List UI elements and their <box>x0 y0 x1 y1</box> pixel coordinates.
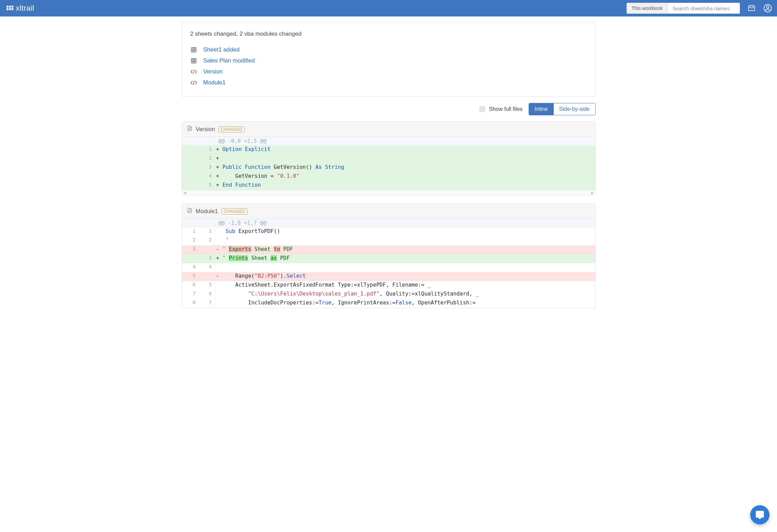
diff-panel: Module1CHANGED@@ -1,8 +1,7 @@11 Sub Expo… <box>182 204 596 308</box>
diff-sign <box>215 281 221 290</box>
code-content <box>221 263 595 272</box>
diff-line: 5- Range("B2:P50").Select <box>182 272 595 281</box>
old-line-number: 1 <box>182 228 199 236</box>
logo-icon <box>6 4 14 12</box>
checkbox-label: Show full files <box>489 106 522 112</box>
summary-link[interactable]: Sales Plan modified <box>203 57 255 64</box>
diff-line: 3-' Exports Sheet to PDF <box>182 245 595 254</box>
code-content: ActiveSheet.ExportAsFixedFormat Type:=xl… <box>221 281 595 290</box>
hunk-header: @@ -0,0 +1,5 @@ <box>182 137 595 146</box>
new-line-number: 3 <box>199 163 215 172</box>
old-line-number: 3 <box>182 245 199 254</box>
scroll-right-icon: ▶ <box>591 191 594 195</box>
diff-line: 1+Option Explicit <box>182 146 595 154</box>
search-input[interactable] <box>668 3 740 14</box>
change-summary-card: 2 sheets changed, 2 vba modules changed … <box>182 23 596 97</box>
change-summary-title: 2 sheets changed, 2 vba modules changed <box>190 31 587 37</box>
diff-sign <box>215 236 221 245</box>
search-scope-selector[interactable]: This workbook <box>627 3 668 14</box>
file-icon <box>187 125 192 133</box>
new-line-number: 3 <box>199 254 215 263</box>
hunk-header: @@ -1,8 +1,7 @@ <box>182 219 595 228</box>
diff-sign <box>215 299 221 308</box>
inline-button[interactable]: Inline <box>529 103 553 115</box>
show-full-files-checkbox[interactable]: Show full files <box>479 106 522 112</box>
code-icon <box>190 80 197 85</box>
new-line-number: 4 <box>199 172 215 181</box>
inbox-icon[interactable] <box>747 4 756 12</box>
new-line-number: 4 <box>199 263 215 272</box>
old-line-number <box>182 163 199 172</box>
old-line-number: 4 <box>182 263 199 272</box>
svg-line-18 <box>193 70 194 74</box>
svg-rect-2 <box>12 6 14 8</box>
diff-sign: + <box>215 146 221 154</box>
file-icon <box>187 207 192 215</box>
diff-sign: + <box>215 181 221 190</box>
diff-line: 2+ <box>182 154 595 163</box>
svg-rect-8 <box>191 47 196 52</box>
old-line-number: 5 <box>182 272 199 281</box>
diff-line: 3+' Prints Sheet as PDF <box>182 254 595 263</box>
diff-line: 87 IncludeDocProperties:=True, IgnorePri… <box>182 299 595 308</box>
code-content <box>221 154 595 163</box>
diff-panel-title: Module1 <box>196 208 218 215</box>
checkbox-icon <box>479 106 485 112</box>
diff-panel-header: Module1CHANGED <box>182 204 595 219</box>
old-line-number <box>182 146 199 154</box>
diff-panel: VersionCHANGED@@ -0,0 +1,5 @@1+Option Ex… <box>182 122 596 195</box>
sheet-icon <box>190 47 197 53</box>
diff-line: 44 <box>182 263 595 272</box>
changed-badge: CHANGED <box>222 208 248 215</box>
old-line-number <box>182 172 199 181</box>
code-content: ' Prints Sheet as PDF <box>221 254 595 263</box>
diff-panel-title: Version <box>196 126 215 133</box>
code-content: Option Explicit <box>221 146 595 154</box>
summary-link[interactable]: Version <box>203 68 223 75</box>
scroll-left-icon: ◀ <box>183 191 186 195</box>
search-bar: This workbook <box>627 3 740 14</box>
diff-sign: + <box>215 172 221 181</box>
diff-sign <box>215 228 221 236</box>
new-line-number: 5 <box>199 281 215 290</box>
new-line-number: 1 <box>199 146 215 154</box>
horizontal-scrollbar[interactable]: ◀▶ <box>182 190 595 195</box>
summary-link[interactable]: Sheet1 added <box>203 46 240 53</box>
code-content: IncludeDocProperties:=True, IgnorePrintA… <box>221 299 595 308</box>
svg-line-19 <box>193 81 194 85</box>
code-content: End Function <box>221 181 595 190</box>
profile-icon[interactable] <box>763 4 772 13</box>
svg-rect-3 <box>7 8 9 10</box>
diff-sign: + <box>215 163 221 172</box>
summary-link[interactable]: Module1 <box>203 79 226 86</box>
diff-sign <box>215 290 221 299</box>
diff-line: 76 "C:\Users\Felix\Desktop\sales_plan_1.… <box>182 290 595 299</box>
diff-line: 4+ GetVersion = "0.1.0" <box>182 172 595 181</box>
diff-line: 3+Public Function GetVersion() As String <box>182 163 595 172</box>
diff-sign <box>215 263 221 272</box>
summary-item: Sales Plan modified <box>190 55 587 66</box>
old-line-number: 6 <box>182 281 199 290</box>
old-line-number: 8 <box>182 299 199 308</box>
old-line-number <box>182 154 199 163</box>
svg-rect-13 <box>191 58 196 63</box>
old-line-number <box>182 181 199 190</box>
code-content: ' Exports Sheet to PDF <box>221 245 595 254</box>
brand-name: xltrail <box>16 4 34 13</box>
diff-sign: - <box>215 245 221 254</box>
old-line-number: 7 <box>182 290 199 299</box>
diff-body: @@ -1,8 +1,7 @@11 Sub ExportToPDF()22 '3… <box>182 219 595 308</box>
new-line-number: 6 <box>199 290 215 299</box>
diff-line: 22 ' <box>182 236 595 245</box>
diff-line: 11 Sub ExportToPDF() <box>182 228 595 236</box>
brand-logo[interactable]: xltrail <box>6 4 34 13</box>
sheet-icon <box>190 58 197 64</box>
diff-sign: - <box>215 272 221 281</box>
new-line-number: 5 <box>199 181 215 190</box>
top-bar: xltrail This workbook <box>0 0 777 16</box>
side-by-side-button[interactable]: Side-by-side <box>553 103 595 115</box>
code-content: Range("B2:P50").Select <box>221 272 595 281</box>
diff-sign: + <box>215 154 221 163</box>
code-icon <box>190 69 197 74</box>
svg-rect-1 <box>9 6 11 8</box>
